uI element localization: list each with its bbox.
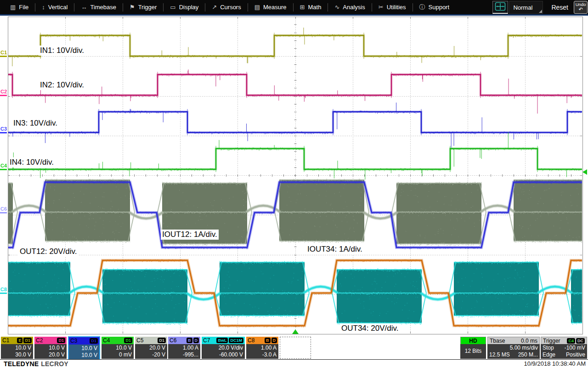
channel-marker-c6[interactable]: C6 (0, 206, 8, 212)
timebase-rate: 250 M... (518, 351, 538, 358)
info-icon: ⓘ (419, 3, 425, 12)
channel-offset-value: -20 V (136, 351, 165, 358)
channel-box-header: C5D1 (135, 337, 167, 344)
menu-item-analysis[interactable]: ∿Analysis (328, 0, 371, 14)
channel-marker-c2[interactable]: C2 (0, 89, 8, 94)
channel-scale-value: 1.00 A (247, 345, 277, 351)
wave-label-in3: IN3: 10V/div. (12, 118, 59, 128)
channel-ground-bar (0, 56, 7, 57)
channel-box-c4[interactable]: C4D110.0 V0 mV (102, 337, 134, 359)
channel-offset-value: -3.0 A (247, 351, 277, 358)
channel-box-values: 1.00 A-995... (168, 344, 200, 359)
channel-box-c3[interactable]: C3D110.0 V10.0 V (68, 336, 100, 359)
channel-marker-label: C4 (0, 163, 7, 168)
channel-badges: D1 (124, 338, 132, 343)
menu-right-cluster: Normal Reset Undo ↶ (492, 0, 588, 14)
channel-box-c1[interactable]: C1ED110.0 V30.0 V (1, 337, 33, 359)
channel-badges: BD (265, 338, 277, 343)
channel-marker-label: C8 (0, 287, 7, 292)
waveform-display[interactable] (0, 0, 588, 368)
menu-item-math[interactable]: ⊞Math (294, 0, 328, 14)
channel-offset-value: 20.0 V (35, 351, 65, 358)
trigger-level-marker[interactable] (582, 169, 587, 175)
channel-marker-c4[interactable]: C4 (0, 163, 8, 168)
undo-button[interactable]: Undo ↶ (574, 1, 588, 14)
channel-scale-value: 10.0 V (35, 345, 65, 351)
channel-id: C7 (203, 337, 210, 344)
channel-box-c2[interactable]: C2D110.0 V20.0 V (34, 337, 67, 359)
channel-scale-value: 20.0 V/div (203, 345, 243, 351)
trigger-mode: Stop (543, 345, 554, 351)
timebase-box[interactable]: Tbase 0.0 ms 5.00 ms/div 12.5 MS 250 M..… (487, 337, 540, 359)
menu-item-label: Display (179, 4, 199, 11)
channel-badges: ED1 (17, 338, 32, 343)
channel-marker-c8[interactable]: C8 (0, 287, 8, 292)
menu-item-support[interactable]: ⓘSupport (413, 0, 456, 14)
channel-badges: D1 (90, 338, 98, 344)
channel-id: C2 (36, 337, 43, 344)
menu-item-trigger[interactable]: ⚑Trigger (123, 0, 163, 14)
channel-box-header: C3D1 (69, 337, 99, 345)
menu-item-timebase[interactable]: ↔Timebase (74, 0, 123, 14)
channel-marker-label: C3 (0, 126, 7, 132)
reset-button[interactable]: Reset (551, 4, 568, 11)
grid-display-button[interactable] (492, 1, 508, 14)
channel-box-c7[interactable]: C7BwLDC1M20.0 V/div-60.000 V (202, 337, 245, 359)
channel-badge: DC1M (229, 338, 243, 343)
menu-item-display[interactable]: ▭Display (164, 0, 205, 14)
channel-box-header: C4D1 (102, 337, 134, 344)
channel-marker-label: C1 (0, 50, 7, 55)
menu-item-utilities[interactable]: ✂Utilities (372, 0, 413, 14)
dropdown-corner-icon (539, 10, 542, 13)
channel-id: C5 (136, 337, 143, 344)
menu-accent-line (0, 14, 588, 16)
channel-scale-value: 10.0 V (102, 345, 132, 351)
trigger-badge: C4 (567, 338, 575, 344)
channel-id: C1 (2, 337, 9, 344)
chart-icon: ∿ (334, 4, 339, 11)
channel-box-values: 20.0 V-20 V (135, 344, 167, 359)
timebase-offset: 0.0 ms (521, 338, 537, 344)
menu-item-measure[interactable]: ▤Measure (248, 0, 293, 14)
menu-item-cursors[interactable]: ↗Cursors (205, 0, 247, 14)
channel-box-values: 1.00 A-3.0 A (246, 344, 278, 359)
channel-badge: D1 (90, 338, 98, 344)
menu-item-label: Measure (263, 4, 287, 11)
channel-ground-bar (0, 169, 7, 170)
channel-box-values: 10.0 V20.0 V (34, 344, 67, 359)
oscilloscope-app: ▥File↕Vertical↔Timebase⚑Trigger▭Display↗… (0, 0, 588, 368)
graticule-icon (495, 2, 506, 12)
normal-dropdown[interactable]: Normal (509, 1, 543, 14)
trigger-level: -100 mV (565, 345, 585, 351)
channel-marker-c3[interactable]: C3 (0, 126, 8, 132)
channel-box-values: 20.0 V/div-60.000 V (202, 344, 245, 359)
wave-label-out34: OUT34: 20V/div. (340, 323, 400, 334)
trigger-box[interactable]: Trigger C4DC Stop -100 mV Edge Positive (541, 337, 587, 359)
channel-offset-value: -995... (169, 351, 198, 358)
channel-box-c8[interactable]: C8BD1.00 A-3.0 A (246, 337, 278, 359)
hd-mode-box[interactable]: HD 12 Bits (460, 337, 486, 359)
trigger-time-marker[interactable] (292, 329, 299, 334)
channel-box-c6[interactable]: C6BD1.00 A-995... (168, 337, 200, 359)
brand-teledyne: TELEDYNE (4, 360, 39, 368)
menu-item-label: Trigger (138, 4, 157, 11)
menu-item-vertical[interactable]: ↕Vertical (35, 0, 74, 14)
menu-item-file[interactable]: ▥File (4, 0, 35, 14)
normal-dropdown-label: Normal (513, 4, 532, 11)
wave-label-iout12: IOUT12: 1A/div. (161, 230, 219, 240)
channel-id: C8 (248, 337, 254, 344)
channel-scale-value: 1.00 A (169, 345, 198, 351)
channel-id: C4 (103, 337, 110, 344)
hd-header: HD (460, 337, 486, 344)
trigger-badge: DC (576, 338, 585, 344)
channel-box-c5[interactable]: C5D120.0 V-20 V (135, 337, 167, 359)
menu-item-label: File (19, 4, 28, 11)
wave-label-iout34: IOUT34: 1A/div. (306, 244, 364, 254)
channel-marker-c1[interactable]: C1 (0, 50, 8, 55)
channel-badge: B (187, 338, 192, 343)
channel-box-values: 10.0 V30.0 V (1, 344, 33, 359)
channel-box-header: C7BwLDC1M (202, 337, 245, 344)
wave-label-in2: IN2: 10V/div. (39, 80, 85, 90)
channel-badge: D1 (23, 338, 32, 343)
wave-label-out12: OUT12: 20V/div. (18, 247, 78, 257)
